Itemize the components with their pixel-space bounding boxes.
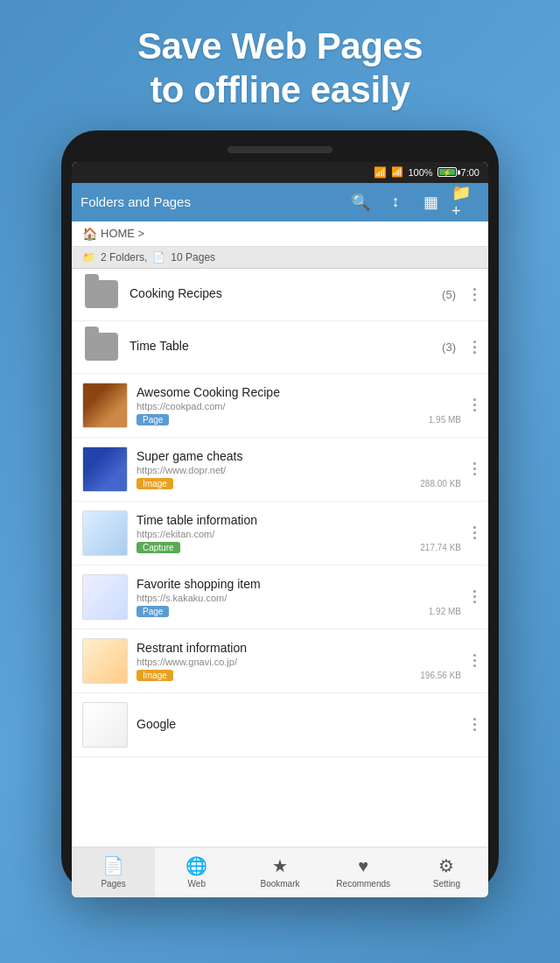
page-thumbnail: [82, 638, 128, 684]
item-title: Time Table: [130, 339, 433, 353]
list-item[interactable]: Favorite shopping item https://s.kakaku.…: [72, 566, 488, 629]
more-menu-icon[interactable]: [470, 650, 480, 671]
folder-icon: [82, 330, 121, 363]
item-tag: Image: [136, 478, 173, 489]
item-count: (5): [442, 288, 456, 301]
breadcrumb: 🏠 HOME >: [72, 221, 488, 247]
more-menu-icon[interactable]: [470, 395, 480, 415]
item-info: Favorite shopping item https://s.kakaku.…: [136, 577, 461, 617]
stats-row: 📁 2 Folders, 📄 10 Pages: [72, 247, 488, 269]
sort-icon[interactable]: ↕: [382, 188, 410, 216]
item-title: Favorite shopping item: [136, 577, 461, 591]
item-size: 1.92 MB: [429, 607, 461, 616]
home-icon: 🏠: [82, 227, 97, 241]
bookmark-nav-label: Bookmark: [261, 879, 300, 889]
toolbar-title: Folders and Pages: [80, 194, 340, 209]
status-bar: 📶 📶 100% ⚡ 7:00: [72, 162, 488, 183]
item-url: https://www.gnavi.co.jp/: [136, 657, 461, 667]
item-url: https://s.kakaku.com/: [136, 593, 461, 603]
hero-text: Save Web Pages to offline easily: [102, 0, 458, 130]
pages-nav-label: Pages: [101, 879, 125, 889]
battery-icon: ⚡: [438, 167, 457, 177]
item-size: 1.95 MB: [429, 415, 461, 425]
item-info: Time table information https://ekitan.co…: [136, 513, 461, 553]
more-menu-icon[interactable]: [470, 337, 480, 357]
more-menu-icon[interactable]: [470, 587, 480, 607]
recommends-nav-label: Recommends: [336, 879, 390, 889]
app-toolbar: Folders and Pages 🔍 ↕ ▦ 📁+: [72, 183, 488, 221]
item-tag: Page: [136, 414, 169, 425]
list-item[interactable]: Google: [72, 693, 488, 757]
pages-count: 10 Pages: [171, 251, 215, 264]
item-title: Time table information: [136, 513, 461, 527]
folder-icon-small: 📁: [82, 251, 95, 264]
folder-shape: [85, 280, 118, 308]
item-url: https://ekitan.com/: [136, 529, 461, 539]
page-thumbnail: [82, 510, 128, 556]
web-nav-icon: 🌐: [186, 855, 207, 876]
nav-item-recommends[interactable]: ♥ Recommends: [322, 847, 405, 897]
folder-icon: [82, 278, 121, 311]
page-thumbnail: [82, 702, 128, 748]
item-info: Awesome Cooking Recipe https://cookpad.c…: [136, 385, 461, 425]
layout-icon[interactable]: ▦: [416, 188, 444, 216]
item-info: Google: [136, 717, 461, 733]
file-list: Cooking Recipes (5) Time Table (3): [72, 269, 488, 847]
item-tag: Page: [136, 606, 169, 617]
item-info: Restrant information https://www.gnavi.c…: [136, 641, 461, 681]
hero-line1: Save Web Pages: [137, 25, 423, 67]
add-folder-icon[interactable]: 📁+: [452, 188, 480, 216]
item-title: Awesome Cooking Recipe: [136, 385, 461, 399]
battery-bolt-icon: ⚡: [443, 168, 452, 176]
item-count: (3): [442, 341, 456, 354]
list-item[interactable]: Super game cheats https://www.dopr.net/ …: [72, 438, 488, 502]
list-item[interactable]: Restrant information https://www.gnavi.c…: [72, 629, 488, 693]
page-thumbnail: [82, 446, 128, 492]
list-item[interactable]: Time table information https://ekitan.co…: [72, 502, 488, 566]
nav-item-setting[interactable]: ⚙ Setting: [405, 847, 488, 897]
page-thumbnail: [82, 383, 128, 428]
bottom-nav: 📄 Pages 🌐 Web ★ Bookmark ♥ Recommends ⚙ …: [72, 847, 488, 897]
folder-shape: [85, 333, 118, 361]
list-item[interactable]: Awesome Cooking Recipe https://cookpad.c…: [72, 374, 488, 438]
bookmark-nav-icon: ★: [272, 855, 288, 876]
item-info: Super game cheats https://www.dopr.net/ …: [136, 449, 461, 489]
setting-nav-label: Setting: [433, 879, 460, 889]
more-menu-icon[interactable]: [470, 285, 480, 305]
list-item[interactable]: Time Table (3): [72, 321, 488, 374]
phone-notch: [228, 146, 332, 153]
time-display: 7:00: [461, 167, 480, 178]
item-size: 196.56 KB: [420, 671, 461, 680]
list-item[interactable]: Cooking Recipes (5): [72, 269, 488, 321]
phone-screen: 📶 📶 100% ⚡ 7:00 Folders and Pages 🔍 ↕ ▦ …: [72, 162, 488, 897]
item-tag: Image: [136, 670, 173, 681]
folder-count: 2 Folders,: [101, 251, 147, 264]
item-title: Restrant information: [136, 641, 461, 655]
recommends-nav-icon: ♥: [358, 856, 368, 876]
item-info: Cooking Recipes: [130, 286, 433, 302]
search-icon[interactable]: 🔍: [346, 188, 374, 216]
page-thumbnail: [82, 574, 128, 620]
more-menu-icon[interactable]: [470, 714, 480, 735]
more-menu-icon[interactable]: [470, 523, 480, 543]
pages-nav-icon: 📄: [102, 855, 124, 876]
item-title: Super game cheats: [136, 449, 461, 463]
item-title: Google: [136, 717, 461, 731]
hero-line2: to offline easily: [150, 69, 410, 110]
item-size: 217.74 KB: [420, 543, 461, 552]
item-url: https://www.dopr.net/: [136, 465, 461, 475]
nav-item-pages[interactable]: 📄 Pages: [72, 847, 155, 897]
item-info: Time Table: [130, 339, 433, 355]
wifi-icon: 📶: [374, 166, 387, 179]
item-title: Cooking Recipes: [130, 286, 433, 300]
pages-icon-small: 📄: [152, 251, 165, 264]
nav-item-bookmark[interactable]: ★ Bookmark: [238, 847, 321, 897]
nav-item-web[interactable]: 🌐 Web: [155, 847, 238, 897]
signal-icon: 📶: [391, 166, 403, 178]
phone-shell: 📶 📶 100% ⚡ 7:00 Folders and Pages 🔍 ↕ ▦ …: [61, 130, 499, 892]
more-menu-icon[interactable]: [470, 459, 480, 479]
item-url: https://cookpad.com/: [136, 401, 461, 411]
breadcrumb-path: HOME >: [101, 227, 144, 240]
item-tag: Capture: [136, 542, 180, 553]
web-nav-label: Web: [188, 879, 206, 889]
